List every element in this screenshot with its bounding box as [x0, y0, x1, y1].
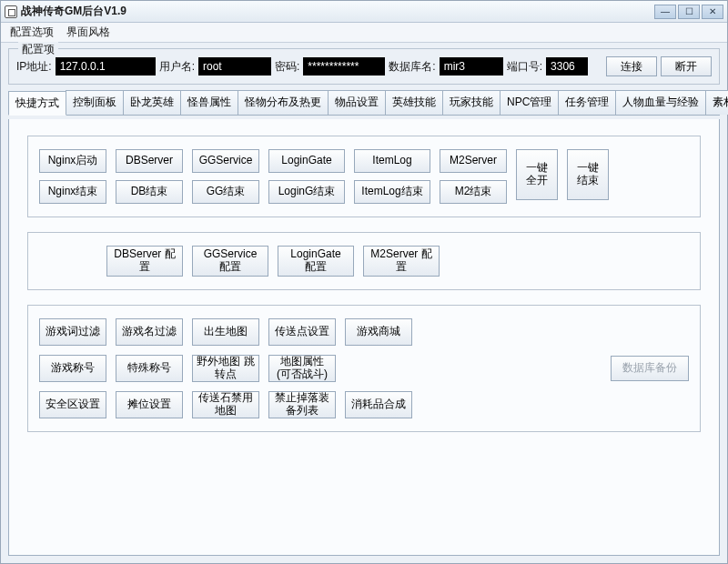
consume-synth-button[interactable]: 消耗品合成: [345, 391, 412, 418]
special-title-button[interactable]: 特殊称号: [116, 355, 183, 382]
tab-control-panel[interactable]: 控制面板: [66, 90, 124, 115]
m2server-stop-button[interactable]: M2结束: [440, 180, 507, 204]
tab-player-skill[interactable]: 玩家技能: [442, 90, 500, 115]
port-label: 端口号:: [507, 59, 542, 75]
service-config-group: DBServer 配 置 GGService 配置 LoginGate 配置 M…: [27, 232, 701, 290]
itemlog-start-button[interactable]: ItemLog: [354, 149, 430, 173]
all-stop-button[interactable]: 一键 结束: [567, 149, 609, 200]
game-mall-button[interactable]: 游戏商城: [345, 318, 412, 346]
dbserver-start-button[interactable]: DBServer: [116, 149, 183, 173]
services-group: Nginx启动 Nginx结束 DBServer DB结束 GGService …: [27, 136, 701, 217]
logingate-stop-button[interactable]: LoginG结束: [268, 180, 345, 204]
logingate-config-button[interactable]: LoginGate 配置: [278, 246, 354, 277]
db-label: 数据库名:: [389, 59, 435, 75]
ggservice-start-button[interactable]: GGService: [192, 149, 259, 173]
dbserver-stop-button[interactable]: DB结束: [116, 180, 183, 204]
portal-setting-button[interactable]: 传送点设置: [268, 318, 336, 346]
tab-hp-exp[interactable]: 人物血量与经验: [615, 90, 706, 115]
tab-asset-hot[interactable]: 素材热更: [705, 90, 728, 115]
pw-label: 密码:: [275, 59, 299, 75]
app-window: 战神传奇GM后台V1.9 — ☐ ✕ 配置选项 界面风格 配置项 IP地址: 用…: [0, 0, 728, 564]
tab-npc-manage[interactable]: NPC管理: [500, 90, 559, 115]
tabstrip: 快捷方式 控制面板 卧龙英雄 怪兽属性 怪物分布及热更 物品设置 英雄技能 玩家…: [8, 90, 720, 116]
config-group: 配置项 IP地址: 用户名: 密码: 数据库名: 端口号: 连接 断开: [8, 48, 720, 85]
ip-label: IP地址:: [16, 59, 52, 75]
titlebar: 战神传奇GM后台V1.9 — ☐ ✕: [1, 1, 727, 23]
window-title: 战神传奇GM后台V1.9: [21, 4, 126, 19]
maximize-button[interactable]: ☐: [678, 5, 700, 19]
app-icon: [5, 5, 17, 18]
close-button[interactable]: ✕: [702, 5, 723, 19]
tab-panel-shortcut: Nginx启动 Nginx结束 DBServer DB结束 GGService …: [8, 119, 720, 556]
itemlog-stop-button[interactable]: ItemLog结束: [354, 180, 430, 204]
tab-task-manage[interactable]: 任务管理: [558, 90, 616, 115]
user-input[interactable]: [198, 57, 271, 76]
birth-map-button[interactable]: 出生地图: [192, 318, 259, 346]
tools-group: 游戏词过滤 游戏名过滤 出生地图 传送点设置 游戏商城 游戏称号 特殊称号 野外…: [27, 305, 701, 432]
db-backup-button[interactable]: 数据库备份: [611, 356, 689, 381]
stall-setting-button[interactable]: 摊位设置: [116, 391, 183, 418]
db-input[interactable]: [440, 57, 503, 76]
password-input[interactable]: [303, 57, 385, 76]
config-legend: 配置项: [18, 42, 58, 57]
word-filter-button[interactable]: 游戏词过滤: [39, 318, 106, 346]
menu-config[interactable]: 配置选项: [10, 25, 54, 40]
user-label: 用户名:: [159, 59, 195, 75]
m2server-config-button[interactable]: M2Server 配 置: [363, 246, 440, 277]
wild-jump-button[interactable]: 野外地图 跳 转点: [192, 355, 259, 382]
menu-style[interactable]: 界面风格: [66, 25, 110, 40]
tab-wolong-hero[interactable]: 卧龙英雄: [123, 90, 181, 115]
connect-button[interactable]: 连接: [606, 56, 657, 76]
m2server-start-button[interactable]: M2Server: [440, 149, 507, 173]
tab-hero-skill[interactable]: 英雄技能: [385, 90, 443, 115]
logingate-start-button[interactable]: LoginGate: [268, 149, 345, 173]
tab-item-setting[interactable]: 物品设置: [328, 90, 386, 115]
tab-shortcut[interactable]: 快捷方式: [8, 91, 66, 116]
ggservice-config-button[interactable]: GGService 配置: [192, 246, 268, 277]
menubar: 配置选项 界面风格: [1, 23, 727, 43]
nginx-start-button[interactable]: Nginx启动: [39, 149, 106, 173]
name-filter-button[interactable]: 游戏名过滤: [116, 318, 183, 346]
nginx-stop-button[interactable]: Nginx结束: [39, 180, 106, 204]
ip-input[interactable]: [56, 57, 156, 76]
minimize-button[interactable]: —: [654, 5, 676, 19]
all-start-button[interactable]: 一键 全开: [516, 149, 558, 200]
map-attr-button[interactable]: 地图属性 (可否战斗): [268, 355, 336, 382]
stone-ban-button[interactable]: 传送石禁用 地图: [192, 391, 259, 418]
ggservice-stop-button[interactable]: GG结束: [192, 180, 259, 204]
tab-monster-attr[interactable]: 怪兽属性: [180, 90, 238, 115]
tab-monster-dist[interactable]: 怪物分布及热更: [238, 90, 329, 115]
safe-zone-button[interactable]: 安全区设置: [39, 391, 106, 418]
game-title-button[interactable]: 游戏称号: [39, 355, 106, 382]
port-input[interactable]: [546, 57, 588, 76]
dbserver-config-button[interactable]: DBServer 配 置: [106, 246, 183, 277]
drop-ban-button[interactable]: 禁止掉落装 备列表: [268, 391, 336, 418]
disconnect-button[interactable]: 断开: [661, 56, 712, 76]
